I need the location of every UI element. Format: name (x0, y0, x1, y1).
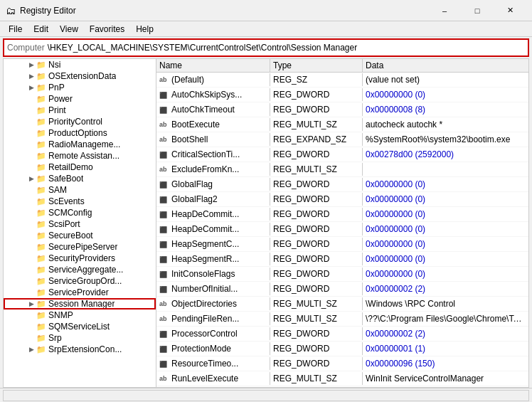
tree-item[interactable]: 📁ScsiPort (4, 218, 156, 230)
main-content: ▶📁Nsi ▶📁OSExtensionData ▶📁PnP 📁Power 📁Pr… (3, 58, 529, 388)
value-type-cell: REG_DWORD (270, 223, 363, 236)
value-data-cell: \??\C:\Program Files\Google\Chrome\Temp\… (363, 312, 528, 325)
tree-item[interactable]: ▶📁OSExtensionData (4, 70, 156, 82)
value-data-cell: 0x00000008 (8) (363, 103, 528, 116)
value-row[interactable]: ⬛ResourceTimeo...REG_DWORD0x00000096 (15… (156, 356, 528, 371)
address-bar[interactable]: Computer \HKEY_LOCAL_MACHINE\SYSTEM\Curr… (3, 38, 529, 57)
tree-item[interactable]: 📁SecurePipeServer (4, 241, 156, 253)
value-name-cell: ⬛ProcessorControl (156, 327, 270, 340)
tree-item-label: ScEvents (48, 196, 85, 206)
folder-icon: 📁 (36, 60, 46, 70)
tree-item[interactable]: 📁Remote Assistan... (4, 150, 156, 162)
tree-item[interactable]: 📁SNMP (4, 310, 156, 321)
value-row[interactable]: ⬛ProtectionModeREG_DWORD0x00000001 (1) (156, 342, 528, 356)
value-row[interactable]: ⬛AutoChkSkipSys...REG_DWORD0x00000000 (0… (156, 88, 528, 102)
value-row[interactable]: ⬛AutoChkTimeoutREG_DWORD0x00000008 (8) (156, 102, 528, 117)
value-type-cell: REG_MULTI_SZ (270, 118, 363, 131)
tree-item[interactable]: 📁ServiceGroupOrd... (4, 275, 156, 287)
value-row[interactable]: ⬛InitConsoleFlagsREG_DWORD0x00000000 (0) (156, 267, 528, 282)
value-data-cell (363, 168, 528, 171)
registry-value-icon: ab (159, 136, 169, 143)
value-row[interactable]: abBootExecuteREG_MULTI_SZautocheck autoc… (156, 117, 528, 132)
menu-item-edit[interactable]: Edit (28, 23, 54, 36)
menu-item-help[interactable]: Help (130, 23, 159, 36)
value-type-cell: REG_DWORD (270, 357, 363, 370)
value-row[interactable]: ⬛HeapSegmentR...REG_DWORD0x00000000 (0) (156, 252, 528, 267)
folder-icon: 📁 (36, 300, 46, 309)
value-row[interactable]: abBootShellREG_EXPAND_SZ%SystemRoot%\sys… (156, 132, 528, 147)
value-row[interactable]: ⬛GlobalFlagREG_DWORD0x00000000 (0) (156, 177, 528, 192)
minimize-button[interactable]: – (428, 0, 461, 21)
value-row[interactable]: ⬛ProcessorControlREG_DWORD0x00000002 (2) (156, 327, 528, 342)
value-row[interactable]: ⬛HeapSegmentC...REG_DWORD0x00000000 (0) (156, 237, 528, 252)
tree-item[interactable]: ▶📁SafeBoot (4, 173, 156, 184)
tree-item[interactable]: 📁SCMConfig (4, 207, 156, 218)
close-button[interactable]: ✕ (494, 0, 526, 21)
tree-item[interactable]: 📁SAM (4, 184, 156, 196)
folder-icon: 📁 (36, 152, 46, 161)
tree-item[interactable]: 📁SQMServiceList (4, 321, 156, 332)
value-data-cell: 0x00000002 (2) (363, 282, 528, 295)
value-name-label: ProcessorControl (171, 329, 238, 339)
value-row[interactable]: abPendingFileRen...REG_MULTI_SZ\??\C:\Pr… (156, 312, 528, 327)
tree-item[interactable]: ▶📁Nsi (4, 59, 156, 70)
value-data-cell: \Windows \RPC Control (363, 297, 528, 310)
value-row[interactable]: abExcludeFromKn...REG_MULTI_SZ (156, 162, 528, 177)
tree-indent (4, 162, 26, 172)
tree-item[interactable]: 📁PriorityControl (4, 116, 156, 127)
tree-item[interactable]: 📁RetailDemo (4, 162, 156, 173)
registry-value-icon: ⬛ (159, 345, 169, 353)
tree-item[interactable]: 📁Power (4, 93, 156, 105)
folder-icon: 📁 (36, 345, 46, 354)
app-icon: 🗂 (6, 5, 16, 16)
menu-item-view[interactable]: View (54, 23, 84, 36)
value-row[interactable]: ⬛HeapDeCommit...REG_DWORD0x00000000 (0) (156, 207, 528, 222)
tree-item[interactable]: ▶📁Session Manager (4, 298, 156, 310)
menu-item-file[interactable]: File (3, 23, 28, 36)
value-row[interactable]: ⬛GlobalFlag2REG_DWORD0x00000000 (0) (156, 192, 528, 207)
value-name-cell: ⬛ProtectionMode (156, 342, 270, 355)
value-row[interactable]: ab(Default)REG_SZ(value not set) (156, 73, 528, 88)
header-name: Name (156, 59, 270, 72)
horizontal-scrollbar[interactable] (3, 390, 529, 401)
tree-item[interactable]: 📁ServiceProvider (4, 287, 156, 298)
folder-icon: 📁 (36, 163, 46, 172)
value-type-cell: REG_MULTI_SZ (270, 297, 363, 310)
tree-item[interactable]: 📁ServiceAggregate... (4, 264, 156, 275)
tree-item-label: PriorityControl (48, 117, 102, 127)
tree-item[interactable]: 📁SecurityProviders (4, 253, 156, 264)
value-row[interactable]: ⬛HeapDeCommit...REG_DWORD0x00000000 (0) (156, 222, 528, 237)
value-row[interactable]: ⬛NumberOfInitial...REG_DWORD0x00000002 (… (156, 282, 528, 297)
maximize-button[interactable]: □ (461, 0, 494, 21)
tree-item[interactable]: 📁Srp (4, 332, 156, 344)
value-data-cell: 0x00000000 (0) (363, 193, 528, 206)
tree-item[interactable]: 📁RadioManageme... (4, 139, 156, 150)
tree-item[interactable]: 📁Print (4, 105, 156, 116)
value-name-cell: ⬛HeapSegmentR... (156, 253, 270, 265)
folder-icon: 📁 (36, 288, 46, 297)
values-container: ab(Default)REG_SZ(value not set)⬛AutoChk… (156, 73, 528, 387)
menu-item-favorites[interactable]: Favorites (84, 23, 130, 36)
value-name-label: GlobalFlag2 (171, 194, 218, 204)
value-data-cell: 0x00000000 (0) (363, 238, 528, 250)
tree-indent (4, 322, 26, 332)
value-row[interactable]: abObjectDirectoriesREG_MULTI_SZ\Windows … (156, 297, 528, 312)
value-name-label: AutoChkSkipSys... (171, 90, 242, 100)
value-name-cell: abBootExecute (156, 118, 270, 131)
value-row[interactable]: ⬛CriticalSectionTi...REG_DWORD0x00278d00… (156, 147, 528, 162)
tree-item[interactable]: 📁ScEvents (4, 196, 156, 207)
tree-indent (4, 128, 26, 138)
tree-indent (4, 185, 26, 195)
tree-item[interactable]: 📁ProductOptions (4, 127, 156, 139)
tree-item-label: ServiceProvider (48, 287, 109, 297)
value-row[interactable]: abRunLevelExecuteREG_MULTI_SZWinInit Ser… (156, 371, 528, 386)
folder-icon: 📁 (36, 140, 46, 149)
folder-icon: 📁 (36, 95, 46, 104)
tree-item[interactable]: ▶📁SrpExtensionCon... (4, 344, 156, 355)
registry-value-icon: ⬛ (159, 181, 169, 189)
tree-item[interactable]: 📁SecureBoot (4, 230, 156, 241)
value-row[interactable]: abRunLevelValidateREG_MULTI_SZServiceCon… (156, 386, 528, 387)
registry-value-icon: ⬛ (159, 106, 169, 114)
tree-indent (4, 299, 26, 309)
tree-item[interactable]: ▶📁PnP (4, 82, 156, 93)
